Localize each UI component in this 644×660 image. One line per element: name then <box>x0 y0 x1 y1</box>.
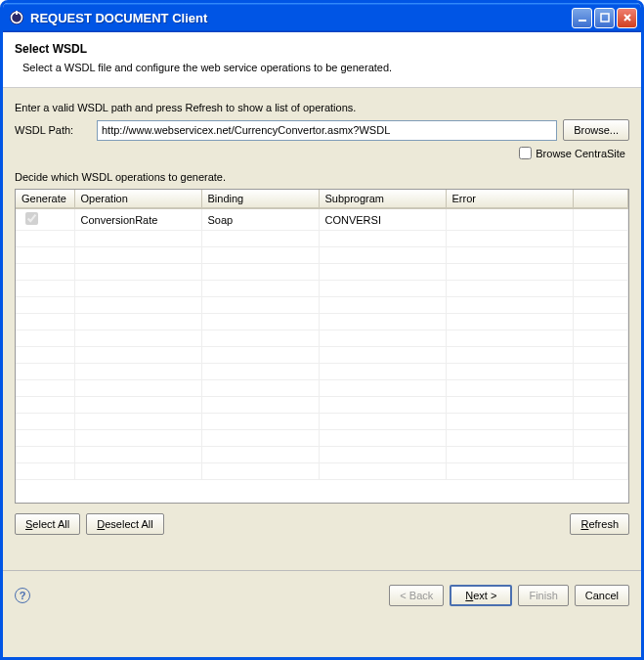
table-header-row: Generate Operation Binding Subprogram Er… <box>16 190 628 208</box>
table-row <box>16 330 628 347</box>
page-description: Select a WSDL file and configure the web… <box>15 62 629 73</box>
table-row <box>16 364 628 380</box>
generate-checkbox[interactable] <box>25 212 38 225</box>
cancel-button[interactable]: Cancel <box>575 585 629 606</box>
table-row <box>16 314 628 330</box>
col-header-generate[interactable]: Generate <box>16 190 74 208</box>
browse-button[interactable]: Browse... <box>563 119 629 141</box>
svg-rect-2 <box>16 11 18 15</box>
select-all-button[interactable]: Select All <box>15 513 80 535</box>
table-row <box>16 414 628 430</box>
app-icon <box>9 10 24 25</box>
cell-binding: Soap <box>201 208 319 231</box>
col-header-error[interactable]: Error <box>446 190 573 208</box>
window-title: REQUEST DOCUMENT Client <box>30 11 570 25</box>
table-row[interactable]: ConversionRateSoapCONVERSI <box>16 208 628 231</box>
table-row <box>16 297 628 314</box>
cell-error <box>446 208 573 231</box>
page-title: Select WSDL <box>15 42 629 56</box>
table-row <box>16 247 628 264</box>
help-icon[interactable]: ? <box>15 588 30 603</box>
table-row <box>16 264 628 281</box>
browse-centrasite-label: Browse CentraSite <box>536 148 625 159</box>
instruction-text: Enter a valid WSDL path and press Refres… <box>15 102 629 113</box>
minimize-button[interactable] <box>572 8 592 28</box>
form-area: Enter a valid WSDL path and press Refres… <box>3 88 641 541</box>
wizard-header: Select WSDL Select a WSDL file and confi… <box>3 32 641 88</box>
browse-centrasite-checkbox[interactable] <box>519 147 532 159</box>
back-button: < Back <box>389 585 444 606</box>
svg-rect-4 <box>601 14 609 22</box>
col-header-operation[interactable]: Operation <box>74 190 201 208</box>
table-row <box>16 281 628 297</box>
maximize-button[interactable] <box>594 8 615 28</box>
table-row <box>16 397 628 414</box>
titlebar: REQUEST DOCUMENT Client <box>3 3 641 32</box>
table-row <box>16 231 628 247</box>
col-header-binding[interactable]: Binding <box>201 190 319 208</box>
col-header-subprogram[interactable]: Subprogram <box>319 190 446 208</box>
deselect-all-button[interactable]: Deselect All <box>86 513 163 535</box>
cell-operation: ConversionRate <box>74 208 201 231</box>
next-button[interactable]: Next > <box>450 585 512 606</box>
table-row <box>16 463 628 480</box>
dialog-window: REQUEST DOCUMENT Client Select WSDL Sele… <box>0 0 644 660</box>
wsdl-path-input[interactable] <box>97 120 557 141</box>
svg-rect-3 <box>579 20 586 22</box>
wsdl-path-label: WSDL Path: <box>15 124 91 136</box>
close-button[interactable] <box>617 8 637 28</box>
table-row <box>16 447 628 463</box>
operations-table: Generate Operation Binding Subprogram Er… <box>15 189 629 504</box>
table-row <box>16 380 628 397</box>
cell-subprogram: CONVERSI <box>319 208 446 231</box>
refresh-button[interactable]: Refresh <box>570 513 629 535</box>
col-header-pad <box>573 190 628 208</box>
table-instruction: Decide which WSDL operations to generate… <box>15 171 629 183</box>
wizard-footer: ? < Back Next > Finish Cancel <box>3 570 641 620</box>
table-row <box>16 347 628 364</box>
finish-button: Finish <box>518 585 568 606</box>
table-row <box>16 430 628 447</box>
